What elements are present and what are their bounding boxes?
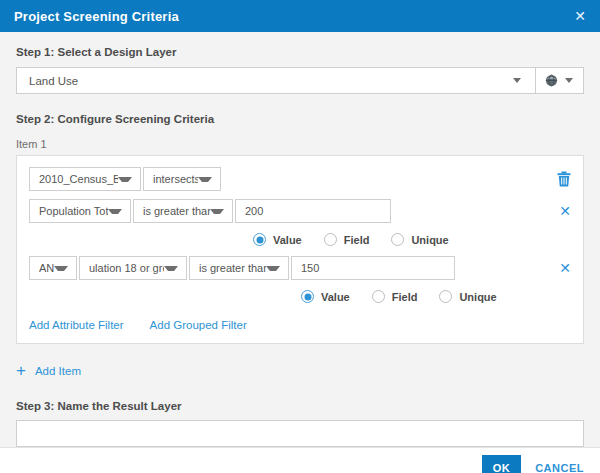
filter1-radio-unique[interactable]: Unique bbox=[391, 233, 448, 246]
add-grouped-filter-link[interactable]: Add Grouped Filter bbox=[150, 319, 247, 331]
design-layer-select[interactable]: Land Use bbox=[16, 67, 584, 94]
step2-label: Step 2: Configure Screening Criteria bbox=[16, 113, 584, 125]
cancel-button[interactable]: CANCEL bbox=[535, 462, 584, 473]
dialog-footer: OK CANCEL bbox=[0, 448, 600, 473]
chevron-down-icon bbox=[118, 177, 132, 182]
x-icon: ✕ bbox=[559, 261, 571, 275]
radio-label: Value bbox=[273, 234, 302, 246]
radio-icon bbox=[439, 290, 452, 303]
filter2-operator-select[interactable]: is greater than bbox=[189, 256, 289, 280]
chevron-down-icon bbox=[565, 78, 573, 83]
radio-icon bbox=[253, 233, 266, 246]
add-attribute-filter-link[interactable]: Add Attribute Filter bbox=[29, 319, 124, 331]
chevron-down-icon bbox=[54, 266, 68, 271]
filter2-radio-field[interactable]: Field bbox=[372, 290, 418, 303]
close-icon[interactable]: ✕ bbox=[574, 9, 586, 23]
filter2-mode-radios: Value Field Unique bbox=[301, 290, 571, 303]
chevron-down-icon bbox=[513, 78, 521, 83]
chevron-down-icon bbox=[108, 209, 122, 214]
radio-icon bbox=[391, 233, 404, 246]
trash-icon bbox=[557, 171, 571, 187]
spatial-operator-value: intersects bbox=[153, 173, 198, 185]
radio-label: Value bbox=[321, 291, 350, 303]
delete-item-button[interactable] bbox=[557, 171, 571, 187]
step3-label: Step 3: Name the Result Layer bbox=[16, 400, 584, 412]
radio-label: Field bbox=[392, 291, 418, 303]
add-item-label: Add Item bbox=[35, 365, 81, 377]
attribute-filter-row: Population Total is greater than ✕ bbox=[29, 199, 571, 223]
chevron-down-icon bbox=[266, 266, 280, 271]
filter2-operator-value: is greater than bbox=[199, 262, 266, 274]
chevron-down-icon bbox=[198, 177, 212, 182]
filter2-radio-unique[interactable]: Unique bbox=[439, 290, 496, 303]
add-item-button[interactable]: + Add Item bbox=[16, 363, 584, 379]
filter2-field-value: ulation 18 or greater bbox=[89, 262, 164, 274]
filter1-radio-field[interactable]: Field bbox=[324, 233, 370, 246]
dialog-body: Step 1: Select a Design Layer Land Use S… bbox=[0, 32, 600, 448]
attribute-filter-row: AND ulation 18 or greater is greater tha… bbox=[29, 256, 571, 280]
filter2-conjunction-select[interactable]: AND bbox=[29, 256, 77, 280]
layer-browse-button[interactable] bbox=[536, 74, 583, 87]
result-layer-name-input[interactable] bbox=[16, 420, 584, 447]
radio-label: Field bbox=[344, 234, 370, 246]
filter1-operator-value: is greater than bbox=[143, 205, 210, 217]
filter1-mode-radios: Value Field Unique bbox=[253, 233, 571, 246]
filter-links-row: Add Attribute Filter Add Grouped Filter bbox=[29, 319, 571, 331]
filter1-radio-value[interactable]: Value bbox=[253, 233, 302, 246]
filter2-conjunction-value: AND bbox=[39, 262, 54, 274]
filter1-field-value: Population Total bbox=[39, 205, 108, 217]
radio-icon bbox=[372, 290, 385, 303]
radio-label: Unique bbox=[459, 291, 496, 303]
plus-icon: + bbox=[16, 363, 26, 379]
criteria-item-card: 2010_Census_Blocks intersects bbox=[16, 155, 584, 344]
chevron-down-icon bbox=[164, 266, 178, 271]
criteria-layer-value: 2010_Census_Blocks bbox=[39, 173, 118, 185]
filter1-value-input[interactable] bbox=[235, 199, 391, 223]
filter2-field-select[interactable]: ulation 18 or greater bbox=[79, 256, 187, 280]
radio-label: Unique bbox=[411, 234, 448, 246]
criteria-layer-select[interactable]: 2010_Census_Blocks bbox=[29, 167, 141, 191]
filter2-radio-value[interactable]: Value bbox=[301, 290, 350, 303]
globe-icon bbox=[545, 74, 558, 87]
radio-icon bbox=[324, 233, 337, 246]
project-screening-criteria-dialog: Project Screening Criteria ✕ Step 1: Sel… bbox=[0, 0, 600, 473]
filter1-field-select[interactable]: Population Total bbox=[29, 199, 131, 223]
step1-label: Step 1: Select a Design Layer bbox=[16, 46, 584, 58]
filter2-value-input[interactable] bbox=[291, 256, 455, 280]
radio-icon bbox=[301, 290, 314, 303]
design-layer-value: Land Use bbox=[17, 75, 78, 87]
dialog-title: Project Screening Criteria bbox=[14, 9, 179, 24]
filter1-operator-select[interactable]: is greater than bbox=[133, 199, 233, 223]
spatial-operator-select[interactable]: intersects bbox=[143, 167, 221, 191]
chevron-down-icon bbox=[210, 209, 224, 214]
ok-button[interactable]: OK bbox=[482, 455, 522, 473]
remove-filter1-button[interactable]: ✕ bbox=[559, 204, 571, 218]
remove-filter2-button[interactable]: ✕ bbox=[559, 261, 571, 275]
dialog-header: Project Screening Criteria ✕ bbox=[0, 0, 600, 32]
x-icon: ✕ bbox=[559, 204, 571, 218]
layer-operator-row: 2010_Census_Blocks intersects bbox=[29, 167, 571, 191]
item-label: Item 1 bbox=[16, 138, 584, 150]
